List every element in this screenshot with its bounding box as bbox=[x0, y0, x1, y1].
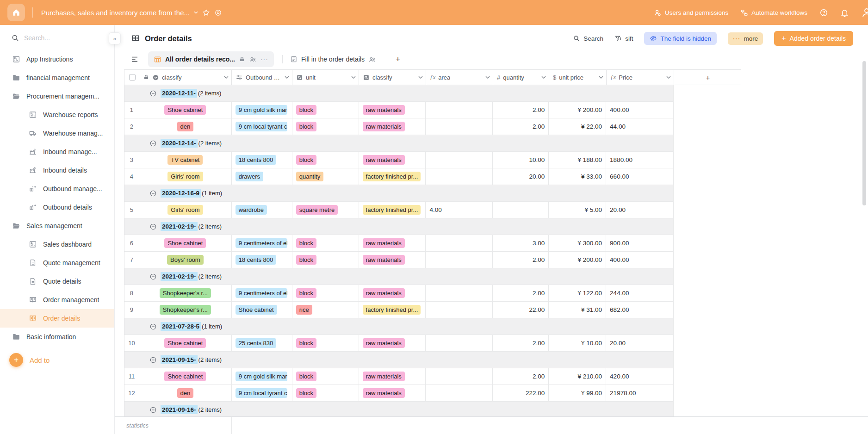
classify2-cell[interactable]: raw materials bbox=[359, 118, 426, 135]
sidebar-item-inbound-manage[interactable]: Inbound manage... bbox=[0, 143, 114, 161]
area-cell[interactable] bbox=[426, 368, 493, 384]
sidebar-item-outbound-manage[interactable]: Outbound manage... bbox=[0, 180, 114, 198]
price-cell[interactable]: 20.00 bbox=[606, 335, 674, 351]
collapse-group-button[interactable] bbox=[149, 90, 157, 97]
classify2-cell[interactable]: raw materials bbox=[359, 235, 426, 251]
product-cell[interactable]: 9 cm local tyrant clot bbox=[232, 385, 292, 401]
quantity-cell[interactable]: 2.00 bbox=[493, 368, 549, 384]
product-cell[interactable]: 9 centimeters of eleg bbox=[232, 285, 292, 301]
classify-cell[interactable]: den bbox=[139, 118, 232, 135]
classify-cell[interactable]: Boys' room bbox=[139, 252, 232, 268]
row-number-cell[interactable]: 9 bbox=[124, 302, 139, 318]
collapse-group-button[interactable] bbox=[149, 140, 157, 147]
product-cell[interactable]: 9 cm local tyrant clot bbox=[232, 118, 292, 135]
product-cell[interactable]: 9 cm gold silk marg bbox=[232, 102, 292, 118]
collapse-group-button[interactable] bbox=[149, 223, 157, 230]
avatar-icon[interactable] bbox=[861, 7, 868, 18]
classify2-cell[interactable]: raw materials bbox=[359, 335, 426, 351]
unit-price-cell[interactable]: ¥ 300.00 bbox=[549, 235, 606, 251]
area-cell[interactable] bbox=[426, 235, 493, 251]
search-button[interactable]: Search bbox=[573, 35, 603, 42]
unit-cell[interactable]: block bbox=[292, 252, 359, 268]
unit-cell[interactable]: block bbox=[292, 368, 359, 384]
quantity-cell[interactable]: 2.00 bbox=[493, 118, 549, 135]
automate-workflows-menu[interactable]: Automate workflows bbox=[740, 9, 807, 17]
row-number-cell[interactable]: 3 bbox=[124, 152, 139, 168]
collapse-group-button[interactable] bbox=[149, 356, 157, 364]
unit-price-cell[interactable]: ¥ 10.00 bbox=[549, 335, 606, 351]
area-cell[interactable] bbox=[426, 252, 493, 268]
classify2-cell[interactable]: raw materials bbox=[359, 385, 426, 401]
unit-price-cell[interactable]: ¥ 210.00 bbox=[549, 368, 606, 384]
statistics-label[interactable]: statistics bbox=[126, 422, 149, 429]
sidebar-item-outbound-details[interactable]: Outbound details bbox=[0, 198, 114, 217]
price-cell[interactable]: 44.00 bbox=[606, 118, 674, 135]
classify2-cell[interactable]: factory finished pr... bbox=[359, 202, 426, 218]
unit-price-cell[interactable]: ¥ 200.00 bbox=[549, 102, 606, 118]
classify2-cell[interactable]: raw materials bbox=[359, 368, 426, 384]
vertical-scrollbar[interactable] bbox=[862, 61, 866, 205]
unit-cell[interactable]: block bbox=[292, 152, 359, 168]
row-number-cell[interactable]: 1 bbox=[124, 102, 139, 118]
sidebar-item-sales-management[interactable]: Sales management bbox=[0, 217, 114, 235]
unit-price-cell[interactable]: ¥ 5.00 bbox=[549, 202, 606, 218]
classify2-cell[interactable]: factory finished pr... bbox=[359, 302, 426, 318]
classify2-cell[interactable]: factory finished pr... bbox=[359, 168, 426, 185]
field-hidden-button[interactable]: The field is hidden bbox=[644, 32, 717, 45]
price-cell[interactable]: 400.00 bbox=[606, 252, 674, 268]
product-cell[interactable]: wardrobe bbox=[232, 202, 292, 218]
view-list-icon[interactable] bbox=[130, 55, 139, 63]
collapse-group-button[interactable] bbox=[149, 190, 157, 197]
unit-cell[interactable]: block bbox=[292, 118, 359, 135]
chevron-down-icon[interactable] bbox=[418, 76, 423, 79]
row-number-cell[interactable]: 8 bbox=[124, 285, 139, 301]
chevron-down-icon[interactable] bbox=[285, 76, 289, 79]
price-cell[interactable]: 660.00 bbox=[606, 168, 674, 185]
column-header-area[interactable]: ƒxarea bbox=[426, 70, 493, 85]
area-cell[interactable] bbox=[426, 118, 493, 135]
product-cell[interactable]: 9 cm gold silk marg bbox=[232, 368, 292, 384]
workspace-title-menu[interactable]: Purchases, sales and inventory come from… bbox=[41, 9, 222, 17]
quantity-cell[interactable] bbox=[493, 202, 549, 218]
chevron-down-icon[interactable] bbox=[485, 76, 490, 79]
classify2-cell[interactable]: raw materials bbox=[359, 252, 426, 268]
product-cell[interactable]: Shoe cabinet bbox=[232, 302, 292, 318]
classify-cell[interactable]: Shoe cabinet bbox=[139, 102, 232, 118]
column-header-unit[interactable]: unit bbox=[292, 70, 359, 85]
sidebar-item-quote-management[interactable]: Quote management bbox=[0, 254, 114, 272]
sidebar-item-warehouse-reports[interactable]: Warehouse reports bbox=[0, 105, 114, 124]
sidebar-item-app-instructions[interactable]: App Instructions bbox=[0, 50, 114, 68]
price-cell[interactable]: 20.00 bbox=[606, 202, 674, 218]
quantity-cell[interactable]: 2.00 bbox=[493, 285, 549, 301]
classify-cell[interactable]: Shopkeeper's r... bbox=[139, 302, 232, 318]
sift-button[interactable]: sift bbox=[614, 35, 633, 42]
sidebar-item-basic-information[interactable]: Basic information bbox=[0, 328, 114, 346]
chevron-down-icon[interactable] bbox=[599, 76, 603, 79]
price-cell[interactable]: 21978.00 bbox=[606, 385, 674, 401]
row-number-cell[interactable]: 12 bbox=[124, 385, 139, 401]
view-tab-form[interactable]: Fill in the order details bbox=[290, 56, 376, 63]
unit-price-cell[interactable]: ¥ 122.00 bbox=[549, 285, 606, 301]
quantity-cell[interactable]: 222.00 bbox=[493, 385, 549, 401]
area-cell[interactable] bbox=[426, 302, 493, 318]
bell-icon[interactable] bbox=[840, 8, 849, 17]
classify-cell[interactable]: Shopkeeper's r... bbox=[139, 285, 232, 301]
quantity-cell[interactable]: 10.00 bbox=[493, 152, 549, 168]
add-view-button[interactable]: + bbox=[396, 55, 400, 64]
chevron-down-icon[interactable] bbox=[351, 76, 356, 79]
price-cell[interactable]: 400.00 bbox=[606, 102, 674, 118]
view-tab-grid[interactable]: All order details reco... ··· bbox=[148, 51, 274, 67]
unit-cell[interactable]: block bbox=[292, 235, 359, 251]
row-number-cell[interactable]: 11 bbox=[124, 368, 139, 384]
quantity-cell[interactable]: 2.00 bbox=[493, 252, 549, 268]
sidebar-item-inbound-details[interactable]: Inbound details bbox=[0, 161, 114, 180]
row-number-cell[interactable]: 6 bbox=[124, 235, 139, 251]
product-cell[interactable]: 9 centimeters of eleg bbox=[232, 235, 292, 251]
add-record-button[interactable]: + Added order details bbox=[774, 31, 853, 46]
add-to-button[interactable]: + Add to bbox=[0, 351, 114, 369]
sidebar-item-order-details[interactable]: Order details bbox=[0, 309, 114, 328]
collapse-sidebar-button[interactable]: « bbox=[109, 32, 121, 44]
select-all-checkbox[interactable] bbox=[129, 74, 136, 81]
area-cell[interactable] bbox=[426, 285, 493, 301]
row-number-cell[interactable]: 7 bbox=[124, 252, 139, 268]
